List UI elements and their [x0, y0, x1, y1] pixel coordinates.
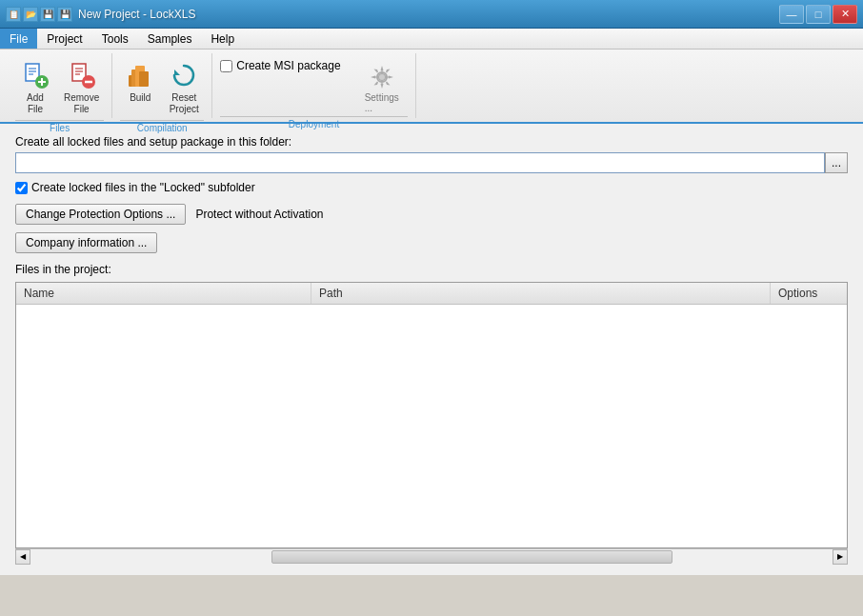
window-title: New Project - LockXLS — [78, 8, 195, 21]
files-buttons: AddFile RemoveFile — [15, 57, 104, 118]
create-msi-text: Create MSI package — [236, 59, 340, 72]
svg-point-20 — [379, 74, 385, 80]
scroll-thumb[interactable] — [271, 550, 672, 564]
menu-bar: File Project Tools Samples Help — [0, 29, 863, 50]
table-header: Name Path Options — [16, 283, 847, 305]
main-content: Create all locked files and setup packag… — [0, 124, 863, 575]
scroll-right-button[interactable]: ▶ — [833, 549, 848, 565]
menu-samples[interactable]: Samples — [138, 29, 202, 49]
horizontal-scrollbar[interactable]: ◀ ▶ — [15, 548, 848, 564]
open-icon[interactable]: 📂 — [23, 7, 38, 22]
ribbon: AddFile RemoveFile Files — [0, 50, 863, 124]
files-label: Files in the project: — [15, 263, 848, 276]
settings-icon — [367, 62, 397, 92]
build-icon — [125, 60, 155, 90]
save-as-icon[interactable]: 💾 — [57, 7, 72, 22]
remove-file-icon — [67, 60, 97, 90]
scroll-track[interactable] — [30, 549, 833, 565]
company-info-row: Company information ... — [15, 232, 848, 253]
reset-project-label: ResetProject — [170, 92, 199, 115]
compilation-buttons: Build ResetProject — [120, 57, 204, 118]
folder-input[interactable] — [15, 152, 825, 173]
ribbon-group-deployment: Create MSI package — [212, 53, 416, 118]
menu-file[interactable]: File — [0, 29, 37, 49]
minimize-button[interactable]: — — [779, 5, 804, 24]
remove-file-label: RemoveFile — [64, 92, 99, 115]
scroll-left-button[interactable]: ◀ — [15, 549, 30, 565]
save-icon[interactable]: 💾 — [40, 7, 55, 22]
compilation-group-label: Compilation — [120, 120, 204, 133]
window-controls: — □ ✕ — [779, 5, 857, 24]
deployment-options: Create MSI package — [220, 59, 340, 72]
ribbon-group-files: AddFile RemoveFile Files — [8, 53, 112, 118]
title-bar-left: 📋 📂 💾 💾 New Project - LockXLS — [6, 7, 195, 22]
close-button[interactable]: ✕ — [833, 5, 857, 24]
reset-icon — [169, 60, 199, 90]
subfolder-checkbox-label[interactable]: Create locked files in the "Locked" subf… — [15, 181, 255, 194]
subfolder-row: Create locked files in the "Locked" subf… — [15, 181, 848, 194]
new-doc-icon[interactable]: 📋 — [6, 7, 21, 22]
browse-button[interactable]: ... — [825, 152, 848, 173]
create-msi-checkbox[interactable] — [220, 60, 232, 72]
folder-row: ... — [15, 152, 848, 173]
svg-marker-17 — [174, 70, 180, 75]
menu-tools[interactable]: Tools — [92, 29, 138, 49]
maximize-button[interactable]: □ — [806, 5, 831, 24]
build-button[interactable]: Build — [120, 57, 160, 107]
menu-help[interactable]: Help — [201, 29, 244, 49]
subfolder-checkbox[interactable] — [15, 182, 28, 194]
svg-rect-16 — [139, 71, 149, 87]
title-bar-icons: 📋 📂 💾 💾 — [6, 7, 72, 22]
table-body — [16, 305, 847, 546]
col-header-options: Options — [771, 283, 847, 304]
folder-label: Create all locked files and setup packag… — [15, 135, 848, 149]
files-group-label: Files — [15, 120, 104, 133]
build-label: Build — [130, 92, 151, 104]
options-row: Change Protection Options ... Protect wi… — [15, 204, 848, 225]
subfolder-checkbox-text: Create locked files in the "Locked" subf… — [31, 181, 255, 194]
settings-button[interactable]: Settings... — [356, 59, 408, 116]
menu-project[interactable]: Project — [37, 29, 91, 49]
file-table: Name Path Options — [15, 282, 848, 548]
add-file-icon — [20, 60, 50, 90]
create-msi-label[interactable]: Create MSI package — [220, 59, 340, 72]
protect-without-label: Protect without Activation — [195, 208, 323, 221]
col-header-path: Path — [311, 283, 771, 304]
reset-project-button[interactable]: ResetProject — [164, 57, 204, 118]
settings-label: Settings... — [365, 92, 399, 113]
add-file-button[interactable]: AddFile — [15, 57, 55, 118]
company-info-button[interactable]: Company information ... — [15, 232, 157, 253]
col-header-name: Name — [16, 283, 311, 304]
deployment-group-label: Deployment — [220, 116, 408, 129]
ribbon-group-compilation: Build ResetProject Compilation — [112, 53, 212, 118]
add-file-label: AddFile — [27, 92, 44, 115]
title-bar: 📋 📂 💾 💾 New Project - LockXLS — □ ✕ — [0, 0, 863, 29]
remove-file-button[interactable]: RemoveFile — [59, 57, 104, 118]
change-protection-button[interactable]: Change Protection Options ... — [15, 204, 186, 225]
